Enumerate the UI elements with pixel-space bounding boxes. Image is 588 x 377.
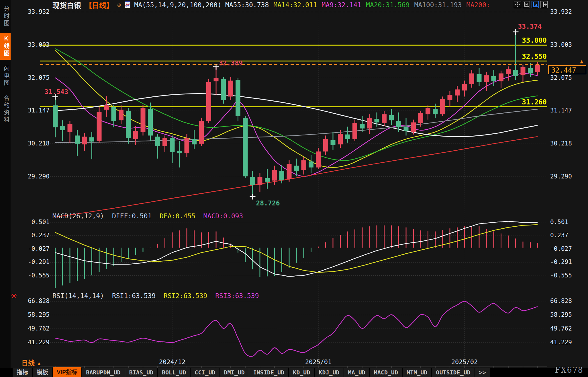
shift-axis-icon[interactable]: [540, 1, 548, 8]
auto-scale-icon[interactable]: [532, 1, 539, 8]
chart-canvas[interactable]: [0, 0, 588, 377]
candlestick: [228, 81, 233, 97]
candlestick: [499, 73, 503, 81]
period-tag[interactable]: 【日线】: [85, 0, 113, 10]
candlestick: [53, 105, 58, 127]
indicator-tab-15[interactable]: >>: [475, 368, 490, 377]
candlestick: [404, 127, 409, 131]
indicator-tab-14[interactable]: OUTSIDE_UD: [432, 368, 474, 377]
candlestick: [331, 140, 336, 145]
axis-scale-icon[interactable]: [523, 1, 530, 8]
candlestick: [426, 108, 430, 114]
indicator-tab-2[interactable]: VIP指标: [53, 367, 81, 377]
candlestick: [484, 75, 489, 82]
candlestick: [287, 164, 292, 179]
crosshair-target-icon[interactable]: ⊕: [117, 1, 121, 9]
candlestick: [258, 177, 262, 185]
candlestick: [97, 112, 102, 141]
candlestick: [185, 138, 189, 153]
indicator-tab-3[interactable]: BARUPDN_UD: [82, 368, 124, 377]
candlestick: [360, 124, 365, 129]
period-label: 日线: [21, 359, 35, 367]
rsi-name: RSI(14,14,14): [52, 292, 104, 300]
period-selector[interactable]: 日线 ▲: [21, 357, 42, 367]
indicator-tab-6[interactable]: CCI_UD: [191, 368, 219, 377]
rsi-header: RSI(14,14,14) RSI1:63.539 RSI2:63.539 RS…: [52, 292, 263, 300]
chart-header: 现货白银 【日线】 ⊕ MA(55,14,9,20,100,200) MA55:…: [52, 1, 495, 9]
candlestick: [367, 118, 372, 129]
candlestick: [68, 124, 72, 132]
candlestick: [89, 137, 94, 142]
candlestick: [294, 166, 299, 171]
watermark: FX678: [555, 366, 584, 374]
candlestick: [301, 160, 306, 170]
candlestick: [177, 151, 182, 153]
candlestick: [279, 171, 284, 180]
rsi-line: [55, 301, 538, 356]
candlestick: [382, 114, 387, 123]
macd-macd-value: MACD:0.093: [203, 212, 243, 220]
indicator-tab-9[interactable]: KD_UD: [289, 368, 314, 377]
candlestick: [477, 74, 482, 82]
candlestick: [433, 109, 438, 114]
pan-icon[interactable]: [514, 1, 521, 8]
indicator-tab-10[interactable]: KDJ_UD: [315, 368, 343, 377]
alert-sun-icon[interactable]: [11, 292, 17, 300]
candlestick: [133, 131, 138, 139]
candlestick: [236, 80, 240, 116]
ma-params: MA(55,14,9,20,100,200): [134, 1, 222, 9]
indicator-tab-5[interactable]: BOLL_UD: [158, 368, 190, 377]
indicator-tab-12[interactable]: MACD_UD: [370, 368, 402, 377]
current-price-badge: 32.447: [548, 65, 586, 74]
candlestick: [60, 126, 65, 130]
indicator-tab-7[interactable]: DMI_UD: [220, 368, 249, 377]
candlestick: [82, 137, 87, 144]
indicator-tab-1[interactable]: 模板: [33, 368, 52, 377]
ma-line-MA14: [55, 50, 538, 168]
tab-bar-spacer: [0, 368, 13, 377]
candlestick: [126, 111, 131, 138]
symbol-name: 现货白银: [52, 0, 81, 10]
indicator-tab-11[interactable]: MA_UD: [344, 368, 369, 377]
candlestick: [448, 95, 452, 100]
candlestick: [513, 70, 518, 76]
candlestick: [199, 121, 204, 144]
candlestick: [521, 67, 526, 75]
indicator-tab-13[interactable]: MTM_UD: [403, 368, 431, 377]
ma-line-MA200: [55, 137, 538, 217]
candlestick: [272, 170, 277, 180]
candlestick: [462, 84, 467, 90]
candlestick: [440, 99, 445, 114]
candlestick: [389, 115, 394, 120]
candlestick: [338, 134, 343, 144]
indicator-tab-0[interactable]: 指标: [13, 368, 32, 377]
candlestick: [148, 109, 153, 136]
candlestick: [111, 107, 116, 121]
candlestick: [352, 123, 357, 139]
candlestick: [411, 123, 416, 132]
candlestick: [323, 139, 328, 151]
ma-legend-value: MA55:30.738: [225, 1, 269, 9]
candlestick: [104, 105, 109, 110]
price-up-arrow-icon: ▲: [580, 59, 583, 64]
candlestick: [119, 110, 124, 120]
ma-legend-value: MA200:: [467, 1, 490, 9]
chart-toolbar: [514, 1, 548, 8]
candlestick: [455, 90, 460, 96]
candlestick: [528, 68, 533, 74]
ma-legend-value: MA20:31.569: [366, 1, 409, 9]
candlestick: [170, 138, 175, 152]
candlestick: [375, 119, 379, 122]
ma-legend-value: MA14:32.011: [273, 1, 317, 9]
candlestick: [162, 138, 167, 146]
indicator-tab-bar: 指标模板VIP指标BARUPDN_UDBIAS_UDBOLL_UDCCI_UDD…: [0, 368, 588, 377]
indicator-tab-8[interactable]: INSIDE_UD: [249, 368, 288, 377]
macd-header: MACD(26,12,9) DIFF:0.501 DEA:0.455 MACD:…: [52, 212, 247, 220]
rsi1-value: RSI1:63.539: [112, 292, 156, 300]
candlestick: [316, 151, 321, 168]
candlestick: [75, 135, 80, 143]
ma-values: MA55:30.738MA14:32.011MA9:32.141MA20:31.…: [225, 1, 495, 9]
mini-chart-icon[interactable]: [125, 1, 130, 8]
indicator-tab-4[interactable]: BIAS_UD: [125, 368, 157, 377]
candlestick: [243, 118, 248, 176]
